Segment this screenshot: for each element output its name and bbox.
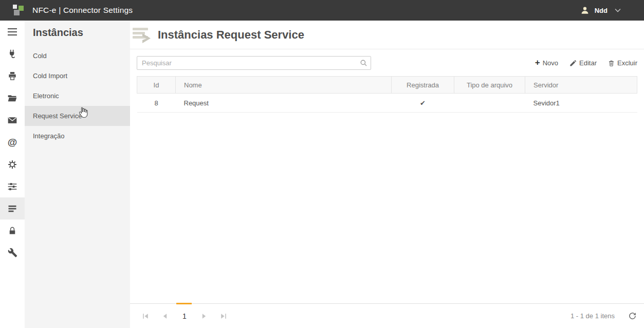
search-input[interactable] — [137, 56, 371, 70]
cell-id: 8 — [137, 94, 176, 113]
page-1-button[interactable]: 1 — [176, 308, 193, 324]
lock-icon — [8, 226, 17, 235]
cell-servidor: Sevidor1 — [525, 94, 637, 113]
chevron-down-icon — [615, 8, 621, 12]
grid-toolbar: + Novo Editar — [137, 56, 637, 70]
edit-button-label: Editar — [579, 60, 597, 66]
printer-icon — [7, 71, 17, 81]
sidebar-item-eletronic[interactable]: Eletronic — [25, 86, 130, 106]
grid-area: + Novo Editar — [130, 49, 644, 303]
main-content: Instâncias Request Service + Novo — [130, 21, 644, 328]
search-box — [137, 56, 371, 70]
rail-item-print[interactable] — [0, 65, 25, 87]
new-button-label: Novo — [543, 60, 558, 66]
toolbar-actions: + Novo Editar — [535, 59, 637, 67]
selected-page-indicator — [176, 303, 192, 304]
edit-pencil-icon — [569, 60, 577, 67]
instances-document-icon — [131, 25, 158, 45]
rail-item-mail[interactable] — [0, 109, 25, 131]
search-icon[interactable] — [360, 59, 367, 67]
sliders-icon — [7, 181, 17, 192]
trash-icon — [608, 60, 615, 67]
ndd-logo-icon — [13, 4, 25, 16]
rail-item-at[interactable]: @ — [0, 131, 25, 153]
grid-header-row: Id Nome Registrada Tipo de arquivo Servi… — [137, 77, 637, 94]
first-page-button[interactable] — [137, 308, 154, 324]
table-row[interactable]: 8 Request ✔ Sevidor1 — [137, 94, 637, 113]
icon-rail: @ — [0, 21, 25, 328]
rail-item-folder[interactable] — [0, 87, 25, 109]
folder-icon — [7, 93, 17, 103]
column-header-registrada[interactable]: Registrada — [392, 77, 454, 94]
rail-item-parameters[interactable] — [0, 175, 25, 197]
rail-item-settings[interactable] — [0, 153, 25, 175]
last-page-button[interactable] — [215, 308, 232, 324]
previous-page-button[interactable] — [157, 308, 173, 324]
sidebar-title: Instâncias — [25, 23, 130, 46]
topbar: NFC-e | Connector Settings Ndd — [0, 0, 644, 21]
sidebar-item-integracao[interactable]: Integração — [25, 126, 130, 146]
edit-button[interactable]: Editar — [569, 60, 597, 67]
gear-icon — [7, 159, 17, 170]
page-title: Instâncias Request Service — [158, 28, 304, 42]
instances-grid: Id Nome Registrada Tipo de arquivo Servi… — [137, 76, 637, 113]
hamburger-icon — [8, 28, 17, 35]
column-header-servidor[interactable]: Servidor — [525, 77, 637, 94]
registrada-check-icon: ✔ — [392, 94, 454, 113]
sidebar-item-request-service[interactable]: Request Service — [25, 106, 130, 126]
new-button[interactable]: + Novo — [535, 59, 558, 67]
rail-item-connector[interactable] — [0, 43, 25, 65]
page-header: Instâncias Request Service — [130, 21, 644, 49]
pager-info: 1 - 1 de 1 itens — [571, 312, 615, 320]
connector-plug-icon — [7, 49, 17, 59]
cell-tipo-de-arquivo — [454, 94, 525, 113]
grid-pager: 1 1 - 1 de 1 itens — [130, 303, 644, 328]
rail-item-tools[interactable] — [0, 242, 25, 264]
refresh-button[interactable] — [628, 312, 637, 320]
column-header-id[interactable]: Id — [137, 77, 176, 94]
next-page-button[interactable] — [196, 308, 212, 324]
cell-nome: Request — [176, 94, 392, 113]
plus-icon: + — [535, 58, 540, 67]
column-header-nome[interactable]: Nome — [176, 77, 392, 94]
user-menu[interactable]: Ndd — [580, 6, 621, 15]
rail-item-instances[interactable] — [0, 197, 25, 220]
sidebar-item-cold[interactable]: Cold — [25, 46, 130, 66]
mail-envelope-icon — [7, 115, 17, 125]
menu-toggle-button[interactable] — [0, 21, 25, 43]
rail-item-security[interactable] — [0, 220, 25, 242]
app-title: NFC-e | Connector Settings — [32, 6, 133, 15]
user-icon — [580, 6, 590, 15]
column-header-tipo-de-arquivo[interactable]: Tipo de arquivo — [454, 77, 525, 94]
wrench-icon — [8, 248, 17, 258]
delete-button[interactable]: Excluir — [608, 60, 637, 67]
at-sign-icon: @ — [8, 137, 17, 148]
user-name: Ndd — [595, 7, 608, 14]
instances-list-icon — [7, 204, 17, 214]
sidebar: Instâncias Cold Cold Import Eletronic Re… — [25, 21, 130, 328]
delete-button-label: Excluir — [617, 60, 637, 66]
sidebar-item-cold-import[interactable]: Cold Import — [25, 66, 130, 86]
